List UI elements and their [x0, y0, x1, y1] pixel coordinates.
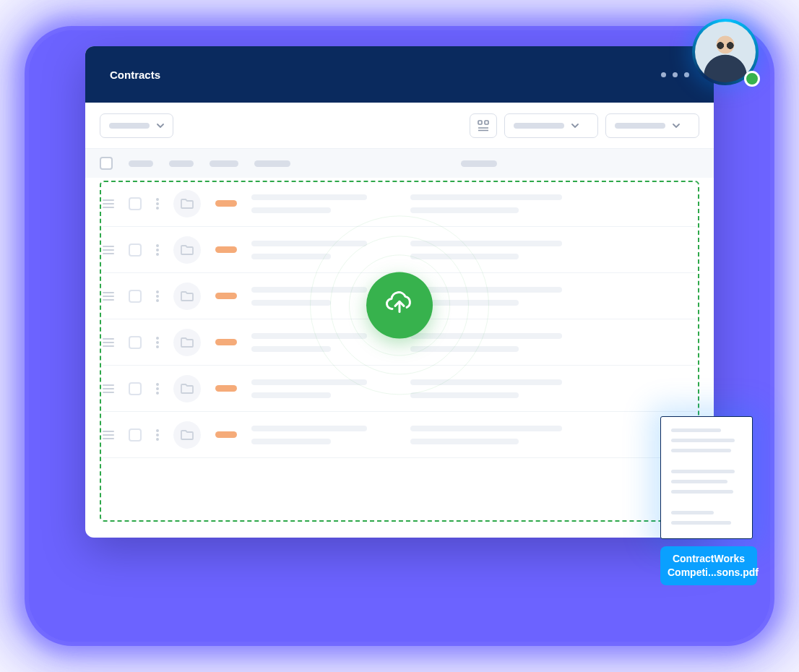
status-pill: [215, 200, 237, 207]
svg-point-37: [156, 429, 159, 432]
chevron-down-icon: [157, 122, 164, 129]
drag-handle-icon[interactable]: [103, 430, 114, 440]
drag-handle-icon[interactable]: [103, 199, 114, 209]
svg-point-31: [156, 383, 159, 386]
row-checkbox[interactable]: [129, 428, 142, 441]
svg-point-32: [156, 387, 159, 390]
folder-icon: [173, 375, 201, 402]
svg-point-13: [156, 244, 159, 247]
file-name-line1: ContractWorks: [668, 552, 750, 566]
folder-icon: [173, 236, 201, 264]
avatar[interactable]: [692, 19, 759, 85]
svg-point-9: [156, 207, 159, 210]
row-menu-icon[interactable]: [156, 244, 159, 256]
svg-point-20: [156, 295, 159, 298]
row-checkbox[interactable]: [129, 197, 142, 210]
row-menu-icon[interactable]: [156, 337, 159, 348]
drag-handle-icon[interactable]: [103, 291, 114, 301]
row-checkbox[interactable]: [129, 336, 142, 349]
row-menu-icon[interactable]: [156, 290, 159, 302]
status-pill: [215, 293, 237, 299]
row-content: [251, 379, 696, 398]
svg-point-27: [156, 345, 159, 348]
folder-icon: [173, 421, 201, 449]
dragged-file[interactable]: ContractWorks Competi...sons.pdf: [660, 416, 757, 585]
folder-icon: [173, 190, 201, 217]
table-header: [85, 149, 714, 178]
svg-rect-0: [478, 121, 482, 124]
app-window: Contracts: [85, 46, 714, 538]
drag-handle-icon[interactable]: [103, 245, 114, 255]
row-checkbox[interactable]: [129, 290, 142, 303]
filter-dropdown-1[interactable]: [504, 113, 598, 138]
toolbar: [85, 103, 714, 149]
table-row[interactable]: [103, 412, 696, 458]
presence-indicator: [744, 71, 760, 87]
row-menu-icon[interactable]: [156, 198, 159, 210]
svg-point-26: [156, 341, 159, 344]
titlebar: Contracts: [85, 46, 714, 103]
select-all-checkbox[interactable]: [100, 157, 113, 170]
drag-handle-icon[interactable]: [103, 337, 114, 348]
status-pill: [215, 339, 237, 345]
svg-point-25: [156, 337, 159, 340]
chevron-down-icon: [673, 122, 680, 129]
status-pill: [215, 431, 237, 438]
chevron-down-icon: [571, 122, 579, 129]
svg-point-21: [156, 299, 159, 302]
folder-icon: [173, 283, 201, 310]
row-content: [251, 194, 696, 213]
file-name-line2: Competi...sons.pdf: [668, 566, 750, 580]
svg-rect-1: [485, 121, 488, 124]
row-content: [251, 426, 696, 444]
svg-point-14: [156, 249, 159, 251]
row-menu-icon[interactable]: [156, 383, 159, 395]
more-icon[interactable]: [661, 72, 689, 77]
document-icon: [660, 416, 753, 539]
upload-button[interactable]: [366, 272, 433, 338]
folder-icon: [173, 329, 201, 356]
row-checkbox[interactable]: [129, 382, 142, 395]
svg-point-33: [156, 392, 159, 395]
filter-dropdown-2[interactable]: [605, 113, 699, 138]
svg-point-38: [156, 434, 159, 436]
drag-handle-icon[interactable]: [103, 384, 114, 394]
svg-point-8: [156, 202, 159, 205]
status-pill: [215, 385, 237, 392]
svg-point-7: [156, 198, 159, 201]
status-pill: [215, 246, 237, 253]
view-toggle[interactable]: [470, 113, 497, 138]
svg-point-15: [156, 253, 159, 256]
filter-dropdown-left[interactable]: [100, 113, 173, 138]
svg-point-39: [156, 438, 159, 441]
row-checkbox[interactable]: [129, 244, 142, 257]
row-menu-icon[interactable]: [156, 429, 159, 441]
svg-point-19: [156, 290, 159, 293]
page-title: Contracts: [110, 69, 160, 81]
file-name-label: ContractWorks Competi...sons.pdf: [660, 546, 757, 585]
